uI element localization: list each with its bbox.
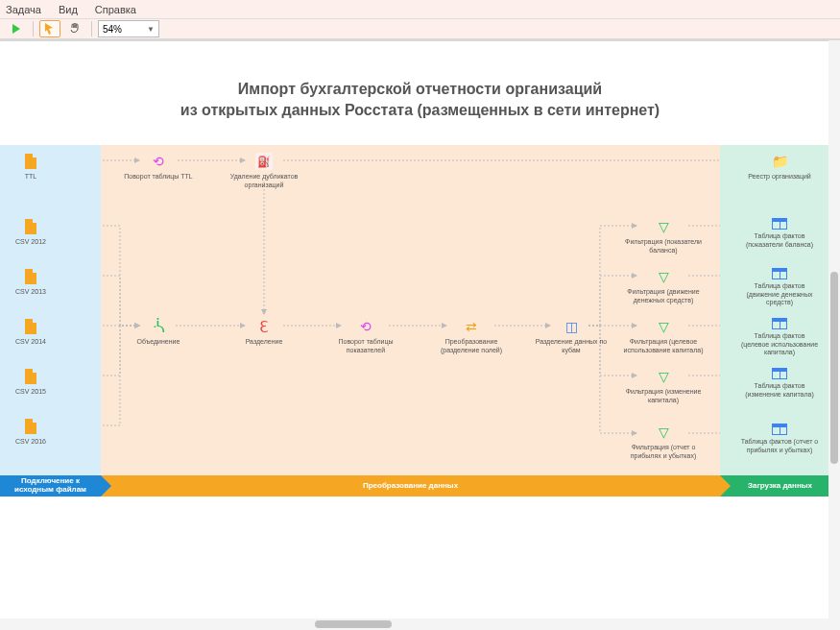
diagram-content: TTL CSV 2012 CSV 2013 CSV 2014 CSV 2015 [0,145,828,475]
transform-icon: ⇄ [463,318,480,335]
node-label: Таблица фактов (показатели баланса) [746,232,813,247]
node-label: Таблица фактов (целевое использование ка… [741,332,818,355]
node-rotate-ttl[interactable]: ⟲ Поворот таблицы TTL [118,153,199,181]
node-csv2013[interactable]: CSV 2013 [0,268,71,296]
svg-marker-1 [45,23,53,35]
lane-transform: ⟲ Поворот таблицы TTL ⛽ Удаление дублика… [101,145,720,475]
table-icon [772,268,787,279]
zoom-select[interactable]: 54% ▼ [98,20,159,37]
node-dedup[interactable]: ⛽ Удаление дубликатов организаций [224,153,304,189]
node-fact-chg[interactable]: Таблица фактов (изменение капитала) [739,368,820,399]
chevron-source: Подключение к исходным файлам [0,475,101,497]
node-transform-fields[interactable]: ⇄ Преобразование (разделение полей) [431,318,512,354]
node-label: CSV 2016 [15,438,46,445]
node-fact-pl[interactable]: Таблица фактов (отчет о прибылях и убытк… [739,424,820,454]
filter-icon: ▽ [655,368,672,385]
node-filter-capital[interactable]: ▽ Фильтрация (целевое использование капи… [623,318,704,354]
title-line2: из открытых данных Росстата (размещенных… [180,102,660,118]
node-label: Преобразование (разделение полей) [441,338,502,352]
node-label: TTL [25,173,36,180]
file-icon [22,368,39,385]
table-icon [772,218,787,230]
table-icon [772,318,787,329]
table-icon [772,368,787,379]
node-fact-capital[interactable]: Таблица фактов (целевое использование ка… [739,318,820,356]
file-icon [22,153,39,170]
node-label: Разделение [246,338,283,345]
chevron-load: Загрузка данных [720,475,828,497]
node-rotate-ind[interactable]: ⟲ Поворот таблицы показателей [325,318,406,354]
node-label: Фильтрация (изменение капитала) [626,388,702,402]
run-button[interactable] [6,20,27,37]
zoom-value: 54% [103,24,122,35]
scrollbar-horizontal[interactable] [0,618,828,630]
toolbar-divider [33,21,34,36]
menu-view[interactable]: Вид [59,4,78,15]
scroll-thumb[interactable] [830,272,838,464]
file-icon [22,268,39,285]
node-label: Реестр организаций [748,173,810,180]
node-label: Таблица фактов (изменение капитала) [745,382,814,397]
node-label: Разделение данных по кубам [536,338,608,352]
node-label: Фильтрация (движение денежных средств) [627,288,699,303]
pointer-tool[interactable] [39,20,60,37]
menubar: Задача Вид Справка [0,0,840,19]
node-csv2015[interactable]: CSV 2015 [0,368,71,396]
lane-source: TTL CSV 2012 CSV 2013 CSV 2014 CSV 2015 [0,145,101,475]
folder-icon: 📁 [771,153,788,170]
chevron-label: Преобразование данных [357,482,464,491]
node-csv2012[interactable]: CSV 2012 [0,218,71,246]
node-label: CSV 2012 [15,238,46,245]
merge-icon: ᔂ [150,318,167,335]
node-csv2014[interactable]: CSV 2014 [0,318,71,346]
chevron-label: Загрузка данных [742,482,818,491]
node-filter-chg[interactable]: ▽ Фильтрация (изменение капитала) [623,368,704,404]
node-filter-balance[interactable]: ▽ Фильтрация (показатели баланса) [623,218,704,254]
scrollbar-vertical[interactable] [828,40,840,618]
filter-icon: ▽ [655,424,672,441]
node-cube-split[interactable]: ◫ Разделение данных по кубам [531,318,612,354]
svg-marker-0 [12,24,20,34]
chevron-label: Подключение к исходным файлам [0,477,101,495]
node-ttl[interactable]: TTL [0,153,71,181]
diagram: Импорт бухгалтерской отчетности организа… [0,79,828,497]
rotate-icon: ⟲ [357,318,374,335]
filter-icon: ▽ [655,318,672,335]
file-icon [22,418,39,435]
scroll-thumb[interactable] [315,620,392,628]
menu-task[interactable]: Задача [6,4,41,15]
file-icon [22,318,39,335]
toolbar-divider-2 [91,21,92,36]
chevron-transform: Преобразование данных [101,475,720,497]
node-label: Поворот таблицы TTL [124,173,192,180]
node-fact-balance[interactable]: Таблица фактов (показатели баланса) [739,218,820,249]
dedup-icon: ⛽ [255,153,273,170]
title-line1: Импорт бухгалтерской отчетности организа… [238,81,602,97]
node-filter-cash[interactable]: ▽ Фильтрация (движение денежных средств) [623,268,704,304]
node-label: Фильтрация (показатели баланса) [625,238,702,253]
node-merge[interactable]: ᔂ Объединение [118,318,199,346]
menu-help[interactable]: Справка [95,4,136,15]
node-label: Удаление дубликатов организаций [230,173,299,187]
diagram-canvas[interactable]: Импорт бухгалтерской отчетности организа… [0,40,828,618]
node-label: CSV 2015 [15,388,46,395]
node-fact-cash[interactable]: Таблица фактов (движение денежных средст… [739,268,820,306]
scroll-corner [828,618,840,630]
node-label: Фильтрация (отчет о прибылях и убытках) [631,444,697,458]
node-filter-pl[interactable]: ▽ Фильтрация (отчет о прибылях и убытках… [623,424,704,460]
node-label: Поворот таблицы показателей [339,338,394,352]
cube-icon: ◫ [563,318,580,335]
node-registry[interactable]: 📁 Реестр организаций [739,153,820,181]
node-label: Фильтрация (целевое использование капита… [624,338,704,352]
node-csv2016[interactable]: CSV 2016 [0,418,71,446]
filter-icon: ▽ [655,268,672,285]
chevron-down-icon: ▼ [147,25,155,34]
node-label: Таблица фактов (отчет о прибылях и убытк… [741,438,819,452]
table-icon [772,424,787,435]
hand-tool[interactable] [64,20,85,37]
toolbar: 54% ▼ [0,19,840,40]
lane-footer: Подключение к исходным файлам Преобразов… [0,475,828,497]
node-split[interactable]: Ɛ Разделение [224,318,304,346]
node-label: CSV 2013 [15,288,46,295]
file-icon [22,218,39,235]
